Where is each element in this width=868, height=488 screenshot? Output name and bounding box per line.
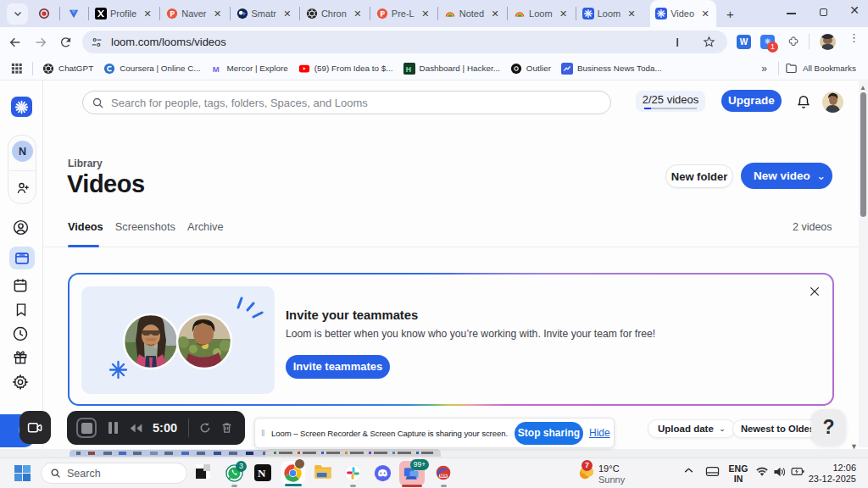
svg-text:M: M: [212, 64, 219, 73]
svg-text:NEW: NEW: [440, 474, 448, 478]
svg-text:H: H: [405, 64, 410, 73]
svg-text:N: N: [258, 467, 266, 480]
